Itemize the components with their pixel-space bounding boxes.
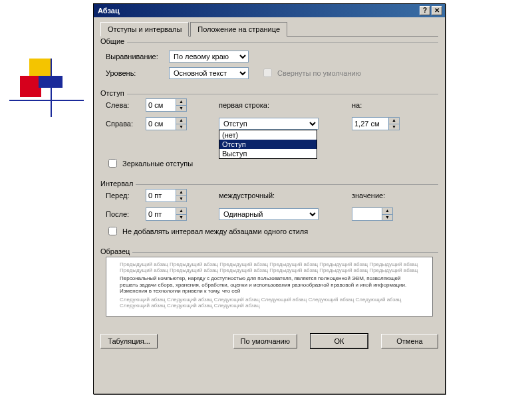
after-label: После: [106, 210, 146, 218]
tabs-button[interactable]: Табуляция... [100, 334, 158, 348]
spin-down-icon[interactable]: ▼ [176, 124, 186, 130]
spin-down-icon[interactable]: ▼ [176, 106, 186, 112]
indent-left-spinner[interactable]: ▲▼ [146, 98, 187, 112]
spin-up-icon[interactable]: ▲ [382, 208, 392, 215]
group-indent: Отступ Слева: ▲▼ первая строка: на: Спра… [100, 94, 438, 180]
at-input[interactable] [352, 208, 382, 220]
button-bar: Табуляция... По умолчанию ОК Отмена [100, 327, 438, 348]
at-label: значение: [352, 192, 438, 200]
before-label: Перед: [106, 192, 146, 200]
firstline-option-none[interactable]: (нет) [219, 130, 317, 140]
preview-prev-text: Предыдущий абзац Предыдущий абзац Предыд… [120, 261, 419, 273]
cancel-button[interactable]: Отмена [381, 334, 438, 348]
noadd-checkbox-input[interactable] [108, 227, 117, 235]
close-button[interactable]: ✕ [432, 6, 442, 15]
after-spinner[interactable]: ▲▼ [146, 207, 187, 221]
preview-next-text: Следующий абзац Следующий абзац Следующи… [120, 297, 419, 309]
group-indent-legend: Отступ [100, 89, 127, 97]
by-spinner[interactable]: ▲▼ [352, 117, 400, 130]
spin-up-icon[interactable]: ▲ [176, 208, 186, 215]
default-button[interactable]: По умолчанию [233, 334, 297, 348]
before-spinner[interactable]: ▲▼ [146, 189, 187, 202]
by-input[interactable] [352, 118, 388, 130]
indent-left-input[interactable] [146, 99, 176, 111]
indent-right-label: Справа: [106, 120, 146, 128]
spin-up-icon[interactable]: ▲ [176, 118, 186, 124]
firstline-option-indent[interactable]: Отступ [219, 140, 317, 149]
ok-button[interactable]: ОК [311, 334, 368, 348]
firstline-select[interactable]: Отступ [219, 118, 319, 130]
after-input[interactable] [146, 208, 176, 220]
at-spinner[interactable]: ▲▼ [352, 207, 393, 221]
spin-up-icon[interactable]: ▲ [389, 118, 399, 124]
firstline-dropdown: (нет) Отступ Выступ [219, 130, 317, 159]
mirror-checkbox[interactable]: Зеркальные отступы [106, 157, 193, 170]
linespacing-select[interactable]: Одинарный [219, 208, 319, 220]
indent-right-spinner[interactable]: ▲▼ [146, 117, 187, 130]
group-spacing-legend: Интервал [100, 180, 136, 188]
paragraph-dialog: Абзац ? ✕ Отступы и интервалы Положение … [93, 3, 446, 394]
group-general-legend: Общие [100, 37, 127, 45]
mirror-checkbox-input[interactable] [108, 159, 117, 168]
help-button[interactable]: ? [420, 6, 430, 15]
spin-down-icon[interactable]: ▼ [176, 215, 186, 221]
firstline-option-hang[interactable]: Выступ [219, 149, 317, 158]
collapsed-checkbox-input [263, 68, 272, 77]
spin-up-icon[interactable]: ▲ [176, 99, 186, 106]
align-label: Выравнивание: [106, 53, 169, 61]
group-general: Общие Выравнивание: По левому краю Урове… [100, 42, 438, 90]
titlebar: Абзац ? ✕ [94, 4, 445, 17]
dialog-title: Абзац [98, 7, 418, 15]
align-select[interactable]: По левому краю [169, 51, 249, 63]
indent-left-label: Слева: [106, 101, 146, 109]
group-spacing: Интервал Перед: ▲▼ междустрочный: значен… [100, 184, 438, 248]
level-label: Уровень: [106, 69, 169, 77]
indent-right-input[interactable] [146, 118, 176, 130]
collapsed-checkbox: Свернуты по умолчанию [261, 66, 361, 79]
noadd-checkbox[interactable]: Не добавлять интервал между абзацами одн… [106, 225, 308, 237]
level-select[interactable]: Основной текст [169, 67, 249, 79]
firstline-select-wrapper: Отступ (нет) Отступ Выступ [219, 118, 352, 130]
tab-indents[interactable]: Отступы и интервалы [100, 22, 189, 37]
before-input[interactable] [146, 190, 176, 201]
tab-strip: Отступы и интервалы Положение на страниц… [100, 21, 438, 37]
preview-box: Предыдущий абзац Предыдущий абзац Предыд… [106, 257, 433, 317]
spin-up-icon[interactable]: ▲ [176, 190, 186, 196]
spin-down-icon[interactable]: ▼ [389, 124, 399, 130]
spin-down-icon[interactable]: ▼ [176, 196, 186, 202]
spin-down-icon[interactable]: ▼ [382, 215, 392, 221]
tab-position[interactable]: Положение на странице [190, 22, 287, 37]
firstline-label: первая строка: [219, 101, 352, 109]
decorative-logo [9, 59, 89, 112]
group-sample: Образец Предыдущий абзац Предыдущий абза… [100, 252, 438, 323]
by-label: на: [352, 101, 438, 109]
group-sample-legend: Образец [100, 247, 132, 255]
preview-body-text: Персональный компьютер, наряду с доступн… [120, 275, 419, 295]
linespacing-label: междустрочный: [219, 192, 352, 200]
